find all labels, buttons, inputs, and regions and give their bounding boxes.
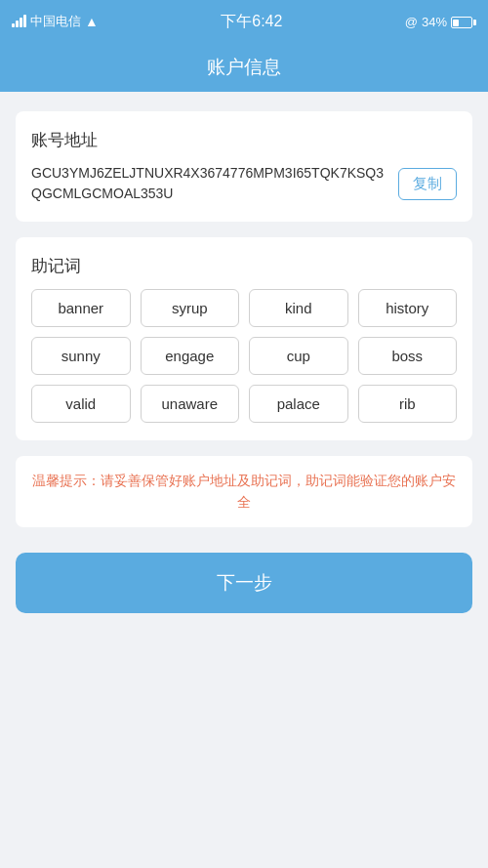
copy-button[interactable]: 复制 [398,168,457,200]
account-address-section: 账号地址 GCU3YMJ6ZELJTNUXR4X3674776MPM3I65TQ… [16,111,472,222]
status-right: @ 34% [405,15,476,29]
next-button[interactable]: 下一步 [16,553,472,613]
next-btn-container: 下一步 [16,543,472,642]
mnemonic-section: 助记词 bannersyrupkindhistorysunnyengagecup… [16,237,472,440]
carrier-label: 中国电信 [30,13,81,30]
content-area: 账号地址 GCU3YMJ6ZELJTNUXR4X3674776MPM3I65TQ… [0,92,488,868]
mnemonic-label: 助记词 [31,255,457,277]
battery-label: 34% [422,15,447,29]
mnemonic-word: syrup [141,289,240,327]
mnemonic-grid: bannersyrupkindhistorysunnyengagecupboss… [31,289,457,423]
mnemonic-word: unaware [141,385,240,423]
mnemonic-word: history [358,289,458,327]
at-symbol: @ [405,15,418,29]
nav-title: 账户信息 [207,55,281,80]
status-left: 中国电信 ▲ [12,13,99,30]
wifi-icon: ▲ [85,14,99,29]
account-label: 账号地址 [31,129,457,151]
address-row: GCU3YMJ6ZELJTNUXR4X3674776MPM3I65TQK7KSQ… [31,163,457,204]
mnemonic-word: kind [249,289,348,327]
mnemonic-word: cup [249,337,348,375]
mnemonic-word: valid [31,385,131,423]
status-bar: 中国电信 ▲ 下午6:42 @ 34% [0,0,488,43]
battery-icon [451,15,476,29]
mnemonic-word: boss [358,337,458,375]
address-text: GCU3YMJ6ZELJTNUXR4X3674776MPM3I65TQK7KSQ… [31,163,386,204]
mnemonic-word: banner [31,289,131,327]
mnemonic-word: engage [141,337,240,375]
status-time: 下午6:42 [221,12,282,32]
signal-icon [12,14,26,30]
mnemonic-word: rib [358,385,458,423]
mnemonic-word: palace [249,385,348,423]
warning-section: 温馨提示：请妥善保管好账户地址及助记词，助记词能验证您的账户安全 [16,456,472,527]
warning-text: 温馨提示：请妥善保管好账户地址及助记词，助记词能验证您的账户安全 [31,470,457,514]
mnemonic-word: sunny [31,337,131,375]
nav-bar: 账户信息 [0,43,488,92]
